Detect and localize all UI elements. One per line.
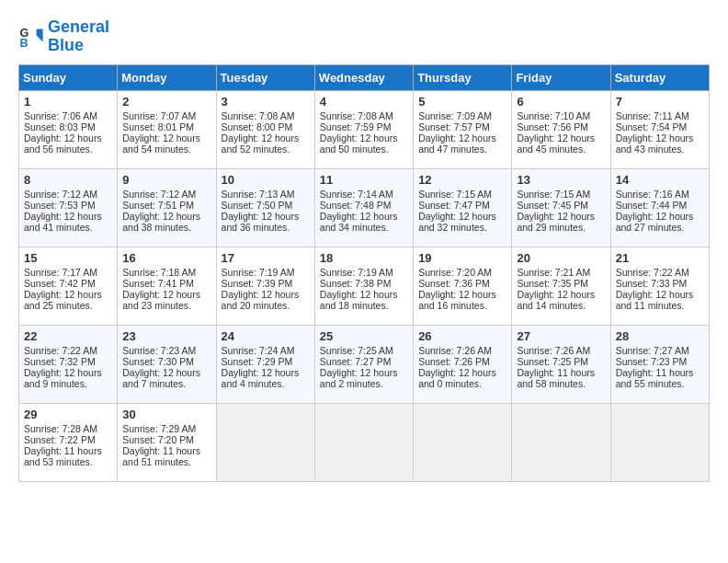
day-info: Sunrise: 7:08 AM bbox=[222, 110, 310, 121]
column-header-monday: Monday bbox=[118, 64, 216, 90]
day-info: Sunset: 7:44 PM bbox=[616, 200, 704, 211]
day-info: and 45 minutes. bbox=[517, 144, 605, 155]
calendar-cell: 22Sunrise: 7:22 AMSunset: 7:32 PMDayligh… bbox=[19, 325, 118, 403]
calendar-cell: 5Sunrise: 7:09 AMSunset: 7:57 PMDaylight… bbox=[414, 90, 512, 168]
day-number: 29 bbox=[24, 408, 112, 421]
calendar-table: SundayMondayTuesdayWednesdayThursdayFrid… bbox=[18, 64, 710, 482]
day-number: 4 bbox=[320, 95, 408, 109]
day-info: and 29 minutes. bbox=[517, 222, 605, 233]
day-info: and 27 minutes. bbox=[616, 222, 704, 233]
day-info: Sunrise: 7:26 AM bbox=[517, 345, 605, 356]
day-info: Sunset: 7:23 PM bbox=[616, 356, 704, 367]
column-header-thursday: Thursday bbox=[414, 64, 512, 90]
day-info: Sunrise: 7:22 AM bbox=[24, 345, 112, 356]
day-info: Daylight: 12 hours bbox=[517, 289, 605, 300]
week-row-3: 15Sunrise: 7:17 AMSunset: 7:42 PMDayligh… bbox=[19, 247, 710, 325]
day-number: 18 bbox=[320, 251, 408, 265]
day-number: 21 bbox=[616, 251, 704, 265]
calendar-cell bbox=[314, 403, 413, 481]
day-info: Sunrise: 7:14 AM bbox=[320, 189, 408, 200]
day-info: and 51 minutes. bbox=[122, 456, 210, 467]
calendar-cell: 10Sunrise: 7:13 AMSunset: 7:50 PMDayligh… bbox=[216, 168, 314, 247]
day-info: Daylight: 12 hours bbox=[616, 289, 704, 300]
day-info: and 38 minutes. bbox=[122, 222, 210, 233]
calendar-cell: 25Sunrise: 7:25 AMSunset: 7:27 PMDayligh… bbox=[314, 325, 413, 403]
calendar-cell: 16Sunrise: 7:18 AMSunset: 7:41 PMDayligh… bbox=[118, 247, 216, 325]
day-info: Sunset: 7:45 PM bbox=[517, 200, 605, 211]
calendar-cell: 3Sunrise: 7:08 AMSunset: 8:00 PMDaylight… bbox=[216, 90, 314, 168]
day-info: Sunrise: 7:10 AM bbox=[517, 110, 605, 121]
calendar-cell: 23Sunrise: 7:23 AMSunset: 7:30 PMDayligh… bbox=[118, 325, 216, 403]
day-info: and 32 minutes. bbox=[418, 222, 506, 233]
calendar-cell: 2Sunrise: 7:07 AMSunset: 8:01 PMDaylight… bbox=[118, 90, 216, 168]
logo: G B General Blue bbox=[18, 18, 109, 55]
day-info: and 18 minutes. bbox=[320, 300, 408, 311]
day-info: Sunset: 7:42 PM bbox=[24, 278, 112, 289]
day-info: Sunset: 7:25 PM bbox=[517, 356, 605, 367]
day-info: and 2 minutes. bbox=[320, 378, 408, 389]
day-info: and 41 minutes. bbox=[24, 222, 112, 233]
day-info: Daylight: 12 hours bbox=[222, 211, 310, 222]
day-info: Sunrise: 7:19 AM bbox=[320, 267, 408, 278]
day-info: and 58 minutes. bbox=[517, 378, 605, 389]
day-info: Sunrise: 7:22 AM bbox=[616, 267, 704, 278]
day-info: Daylight: 12 hours bbox=[24, 211, 112, 222]
day-info: Sunset: 7:53 PM bbox=[24, 200, 112, 211]
calendar-cell: 1Sunrise: 7:06 AMSunset: 8:03 PMDaylight… bbox=[19, 90, 118, 168]
day-info: and 34 minutes. bbox=[320, 222, 408, 233]
day-number: 14 bbox=[616, 173, 704, 187]
day-info: Daylight: 12 hours bbox=[418, 211, 506, 222]
day-info: Sunrise: 7:24 AM bbox=[222, 345, 310, 356]
day-info: and 54 minutes. bbox=[122, 144, 210, 155]
day-info: Daylight: 12 hours bbox=[418, 289, 506, 300]
day-info: Sunrise: 7:12 AM bbox=[24, 189, 112, 200]
day-info: Sunrise: 7:17 AM bbox=[24, 267, 112, 278]
day-info: Daylight: 12 hours bbox=[122, 211, 210, 222]
calendar-cell: 8Sunrise: 7:12 AMSunset: 7:53 PMDaylight… bbox=[19, 168, 118, 247]
logo-line2: Blue bbox=[48, 36, 84, 54]
day-number: 7 bbox=[616, 95, 704, 109]
day-info: Sunrise: 7:19 AM bbox=[222, 267, 310, 278]
day-info: Sunset: 7:59 PM bbox=[320, 121, 408, 132]
day-number: 16 bbox=[122, 251, 210, 265]
day-number: 2 bbox=[122, 95, 210, 109]
calendar-cell bbox=[414, 403, 512, 481]
calendar-cell: 6Sunrise: 7:10 AMSunset: 7:56 PMDaylight… bbox=[512, 90, 610, 168]
calendar-cell: 12Sunrise: 7:15 AMSunset: 7:47 PMDayligh… bbox=[414, 168, 512, 247]
day-info: Sunset: 7:27 PM bbox=[320, 356, 408, 367]
day-number: 25 bbox=[320, 329, 408, 343]
day-info: Sunset: 7:57 PM bbox=[418, 121, 506, 132]
day-info: Daylight: 12 hours bbox=[222, 367, 310, 378]
day-info: Daylight: 12 hours bbox=[320, 132, 408, 144]
day-info: Sunset: 7:20 PM bbox=[122, 434, 210, 445]
day-info: Sunrise: 7:15 AM bbox=[517, 189, 605, 200]
calendar-cell: 15Sunrise: 7:17 AMSunset: 7:42 PMDayligh… bbox=[19, 247, 118, 325]
day-info: Sunrise: 7:25 AM bbox=[320, 345, 408, 356]
column-header-sunday: Sunday bbox=[19, 64, 118, 90]
day-info: and 7 minutes. bbox=[122, 378, 210, 389]
calendar-cell: 29Sunrise: 7:28 AMSunset: 7:22 PMDayligh… bbox=[19, 403, 118, 481]
calendar-cell: 24Sunrise: 7:24 AMSunset: 7:29 PMDayligh… bbox=[216, 325, 314, 403]
day-info: Sunrise: 7:28 AM bbox=[24, 423, 112, 434]
day-info: Daylight: 12 hours bbox=[418, 132, 506, 144]
column-header-wednesday: Wednesday bbox=[314, 64, 413, 90]
day-info: Daylight: 12 hours bbox=[616, 132, 704, 144]
calendar-body: 1Sunrise: 7:06 AMSunset: 8:03 PMDaylight… bbox=[19, 90, 710, 481]
day-info: Daylight: 12 hours bbox=[122, 289, 210, 300]
day-info: Sunset: 7:30 PM bbox=[122, 356, 210, 367]
svg-text:B: B bbox=[19, 37, 28, 50]
day-info: Sunrise: 7:23 AM bbox=[122, 345, 210, 356]
calendar-cell: 30Sunrise: 7:29 AMSunset: 7:20 PMDayligh… bbox=[118, 403, 216, 481]
day-info: Sunrise: 7:11 AM bbox=[616, 110, 704, 121]
day-info: Sunset: 7:39 PM bbox=[222, 278, 310, 289]
day-info: Sunrise: 7:15 AM bbox=[418, 189, 506, 200]
day-info: and 53 minutes. bbox=[24, 456, 112, 467]
day-number: 15 bbox=[24, 251, 112, 265]
day-number: 28 bbox=[616, 329, 704, 343]
day-info: Daylight: 11 hours bbox=[517, 367, 605, 378]
column-header-friday: Friday bbox=[512, 64, 610, 90]
day-info: and 0 minutes. bbox=[418, 378, 506, 389]
day-info: Sunset: 7:51 PM bbox=[122, 200, 210, 211]
day-number: 23 bbox=[122, 329, 210, 343]
day-info: Sunset: 7:35 PM bbox=[517, 278, 605, 289]
